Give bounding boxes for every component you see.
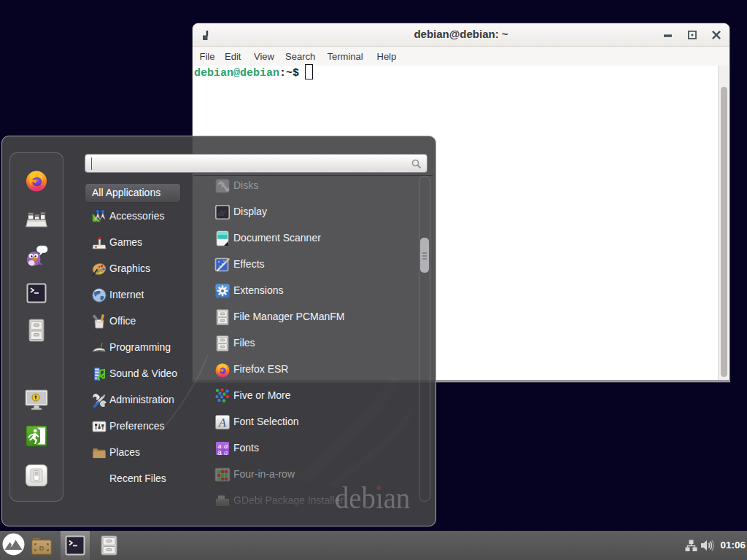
svg-text:a: a	[224, 448, 228, 456]
svg-text:A: A	[218, 416, 226, 429]
svg-text:D: D	[39, 545, 44, 552]
svg-text:a: a	[217, 448, 222, 456]
